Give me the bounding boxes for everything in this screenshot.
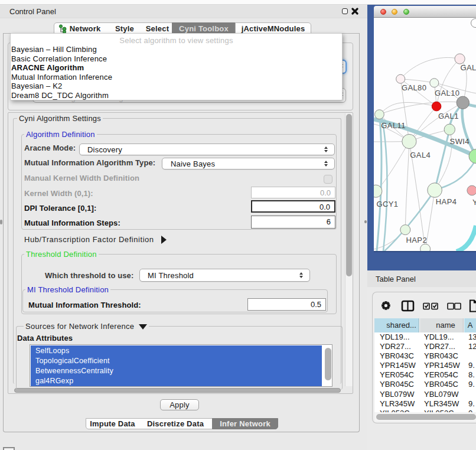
svg-text:GCY1: GCY1	[377, 200, 399, 208]
svg-text:GAL2: GAL2	[461, 63, 476, 72]
svg-text:GAL80: GAL80	[402, 83, 426, 92]
svg-text:GAL1: GAL1	[438, 112, 459, 120]
svg-text:HAP4: HAP4	[436, 197, 457, 206]
svg-text:HAP2: HAP2	[406, 236, 428, 244]
svg-text:Y: Y	[472, 198, 476, 207]
svg-text:GAL4: GAL4	[410, 151, 431, 159]
svg-text:GAL10: GAL10	[435, 89, 459, 97]
svg-text:GAL11: GAL11	[381, 121, 406, 130]
svg-text:SWI4: SWI4	[450, 137, 470, 146]
